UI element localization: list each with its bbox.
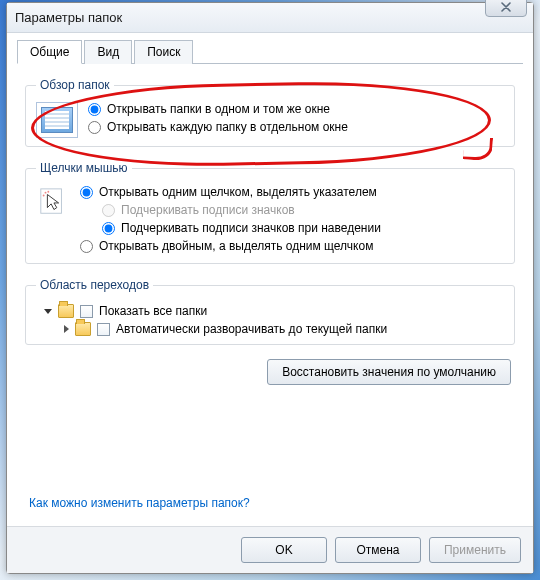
label-single-click[interactable]: Открывать одним щелчком, выделять указат… xyxy=(99,185,377,199)
tree-row-1: Показать все папки xyxy=(44,304,504,318)
titlebar: Параметры папок xyxy=(7,3,533,33)
radio-double-click[interactable] xyxy=(80,240,93,253)
tab-view[interactable]: Вид xyxy=(84,40,132,64)
checkbox-show-all[interactable] xyxy=(80,305,93,318)
radio-underline-always xyxy=(102,204,115,217)
tab-general[interactable]: Общие xyxy=(17,40,82,64)
dialog-footer: OK Отмена Применить xyxy=(7,526,533,573)
label-own-window[interactable]: Открывать каждую папку в отдельном окне xyxy=(107,120,348,134)
triangle-icon[interactable] xyxy=(64,325,69,333)
window-icon xyxy=(41,107,73,133)
group-click-items: Щелчки мышью Открывать одним щелчком, вы… xyxy=(25,161,515,264)
triangle-icon[interactable] xyxy=(44,309,52,314)
label-show-all[interactable]: Показать все папки xyxy=(99,304,207,318)
svg-point-2 xyxy=(43,195,45,197)
content-area: Общие Вид Поиск Обзор папок Открывать па… xyxy=(7,33,533,526)
label-same-window[interactable]: Открывать папки в одном и том же окне xyxy=(107,102,330,116)
tab-search[interactable]: Поиск xyxy=(134,40,193,64)
folder-icon xyxy=(75,322,91,336)
group-click-legend: Щелчки мышью xyxy=(36,161,132,175)
label-underline-hover[interactable]: Подчеркивать подписи значков при наведен… xyxy=(121,221,381,235)
svg-point-1 xyxy=(45,192,47,194)
radio-underline-hover[interactable] xyxy=(102,222,115,235)
tree-row-2: Автоматически разворачивать до текущей п… xyxy=(64,322,504,336)
help-link[interactable]: Как можно изменить параметры папок? xyxy=(29,496,250,510)
label-auto-expand[interactable]: Автоматически разворачивать до текущей п… xyxy=(116,322,387,336)
radio-same-window[interactable] xyxy=(88,103,101,116)
cursor-icon xyxy=(38,187,68,217)
group-nav-pane: Область переходов Показать все папки Авт… xyxy=(25,278,515,345)
label-underline-always: Подчеркивать подписи значков xyxy=(121,203,295,217)
group-browse-legend: Обзор папок xyxy=(36,78,114,92)
radio-single-click[interactable] xyxy=(80,186,93,199)
svg-point-3 xyxy=(47,191,49,193)
cancel-button[interactable]: Отмена xyxy=(335,537,421,563)
folder-options-dialog: Параметры папок Общие Вид Поиск Обзор па… xyxy=(6,2,534,574)
browse-icon-box xyxy=(36,102,78,138)
radio-own-window[interactable] xyxy=(88,121,101,134)
window-title: Параметры папок xyxy=(15,10,122,25)
close-icon xyxy=(501,2,511,12)
restore-defaults-button[interactable]: Восстановить значения по умолчанию xyxy=(267,359,511,385)
close-button[interactable] xyxy=(485,0,527,17)
ok-button[interactable]: OK xyxy=(241,537,327,563)
group-browse-folders: Обзор папок Открывать папки в одном и то… xyxy=(25,78,515,147)
label-double-click[interactable]: Открывать двойным, а выделять одним щелч… xyxy=(99,239,373,253)
apply-button: Применить xyxy=(429,537,521,563)
folder-icon xyxy=(58,304,74,318)
checkbox-auto-expand[interactable] xyxy=(97,323,110,336)
tab-strip: Общие Вид Поиск xyxy=(17,39,523,64)
group-nav-legend: Область переходов xyxy=(36,278,153,292)
click-icon-box xyxy=(36,185,70,219)
